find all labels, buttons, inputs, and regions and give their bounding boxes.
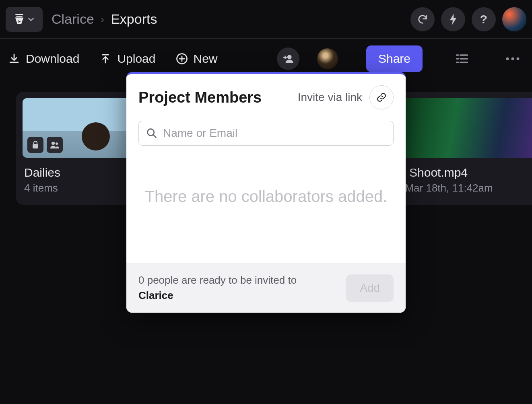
invite-footer-text: 0 people are ready to be invited to Clar… (138, 273, 297, 303)
copy-link-button[interactable] (369, 85, 394, 109)
empty-state-text: There are no collaborators added. (126, 154, 406, 263)
project-members-modal: Project Members Invite via link There ar… (126, 72, 406, 313)
search-icon (146, 128, 157, 139)
add-button[interactable]: Add (346, 274, 394, 302)
member-search-field[interactable] (138, 121, 394, 146)
modal-title: Project Members (138, 89, 298, 106)
invite-via-link[interactable]: Invite via link (298, 91, 362, 104)
link-icon (376, 92, 387, 103)
member-search-input[interactable] (163, 127, 386, 140)
